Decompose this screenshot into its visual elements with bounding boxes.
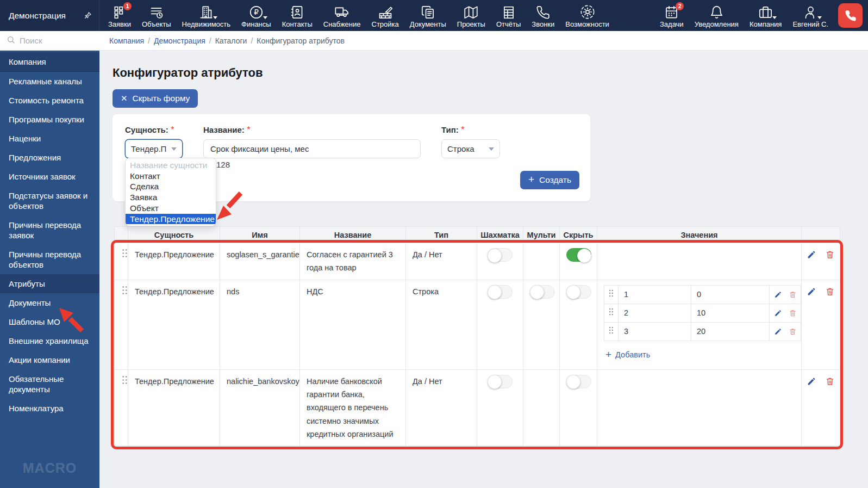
sidebar-item-stoimost-remonta[interactable]: Стоимость ремонта: [0, 91, 99, 110]
hide-toggle[interactable]: [566, 285, 591, 299]
sidebar-item-akcii-kompanii[interactable]: Акции компании: [0, 350, 99, 369]
chess-toggle[interactable]: [488, 285, 513, 299]
macro-logo: MACRO: [0, 460, 99, 488]
type-select[interactable]: Строка: [441, 139, 500, 158]
sidebar-item-shablony-mo[interactable]: Шаблоны МО: [0, 312, 99, 331]
search-input[interactable]: [20, 36, 85, 45]
nav-item-zvonki[interactable]: Звонки: [526, 0, 560, 31]
drag-handle-icon[interactable]: [608, 326, 614, 335]
sidebar-item-dokumenty[interactable]: Документы: [0, 293, 99, 312]
sidebar-item-nomenklatura[interactable]: Номенклатура: [0, 399, 99, 418]
hide-toggle[interactable]: [566, 375, 591, 388]
edit-value-button[interactable]: [774, 291, 782, 299]
nav-item-snabzhenie[interactable]: Снабжение: [318, 0, 366, 31]
delete-value-button[interactable]: [789, 309, 797, 317]
delete-attribute-button[interactable]: [825, 376, 835, 386]
page-title: Конфигуратор атрибутов: [113, 66, 868, 80]
hide-toggle[interactable]: [566, 248, 591, 262]
delete-value-button[interactable]: [789, 328, 797, 336]
sidebar-item-reklamnye-kanaly[interactable]: Рекламные каналы: [0, 72, 99, 91]
dropdown-option-zayavka[interactable]: Заявка: [126, 192, 216, 203]
entity-select[interactable]: Тендер.П: [125, 139, 183, 158]
delete-attribute-button[interactable]: [825, 250, 835, 260]
chess-toggle[interactable]: [488, 375, 513, 388]
drag-handle-icon[interactable]: [608, 307, 614, 316]
nav-item-stroyka[interactable]: Стройка: [366, 0, 404, 31]
nav-item-kontakty[interactable]: Контакты: [277, 0, 318, 31]
nav-item-kompaniya-top[interactable]: Компания: [744, 0, 788, 31]
workspace-switcher[interactable]: Демонстрация: [0, 0, 99, 31]
sidebar-item-kompaniya[interactable]: Компания: [0, 52, 99, 72]
sidebar-item-nacenki[interactable]: Наценки: [0, 129, 99, 148]
nav-item-user-menu[interactable]: Евгений С.: [787, 0, 834, 31]
nav-item-finansy[interactable]: ₽ Финансы: [236, 0, 277, 31]
edit-attribute-button[interactable]: [807, 376, 816, 386]
nav-item-vozmozhnosti[interactable]: Возможности: [560, 0, 615, 31]
pin-icon[interactable]: [84, 11, 92, 20]
edit-attribute-button[interactable]: [807, 250, 816, 260]
drag-handle-icon[interactable]: [121, 375, 128, 385]
breadcrumb-demonstraciya[interactable]: Демонстрация: [154, 36, 205, 45]
create-button[interactable]: + Создать: [520, 171, 579, 189]
catalog-sidebar: Компания Рекламные каналы Стоимость ремо…: [0, 31, 99, 488]
sidebar-item-podstatusy[interactable]: Подстатусы заявок и объектов: [0, 186, 99, 215]
cell-type: Да / Нет: [406, 369, 477, 446]
multi-toggle[interactable]: [530, 285, 555, 299]
table-row: Тендер.Предложение soglasen_s_garantiey …: [115, 243, 840, 280]
chevron-down-icon: [213, 16, 217, 19]
drag-handle-icon[interactable]: [608, 289, 614, 298]
nav-item-uvedomleniya[interactable]: Уведомления: [689, 0, 744, 31]
main-content: Компания / Демонстрация / Каталоги / Кон…: [99, 31, 868, 488]
edit-attribute-button[interactable]: [807, 287, 816, 296]
dropdown-option-sdelka[interactable]: Сделка: [126, 181, 216, 192]
delete-attribute-button[interactable]: [825, 287, 835, 296]
sidebar-item-predlozheniya[interactable]: Предложения: [0, 148, 99, 167]
add-value-button[interactable]: + Добавить: [605, 347, 650, 363]
breadcrumb-current: Конфигуратор атрибутов: [257, 36, 345, 45]
attribute-name-input[interactable]: [203, 139, 421, 158]
bell-icon: [709, 4, 724, 20]
ruble-icon: ₽: [249, 4, 264, 20]
dropdown-option-kontakt[interactable]: Контакт: [126, 171, 216, 182]
dropdown-option-tender-predlozhenie[interactable]: Тендер.Предложение: [126, 214, 216, 225]
sidebar-item-vneshnie-hranilishcha[interactable]: Внешние хранилища: [0, 331, 99, 350]
svg-text:₽: ₽: [254, 8, 259, 16]
nav-item-zayavki[interactable]: 1 Заявки: [103, 0, 136, 31]
sidebar-item-atributy[interactable]: Атрибуты: [0, 274, 99, 293]
hide-form-button[interactable]: ✕ Скрыть форму: [113, 89, 198, 108]
nav-item-proekty[interactable]: Проекты: [452, 0, 491, 31]
sidebar-item-istochniki-zayavok[interactable]: Источники заявок: [0, 167, 99, 186]
sidebar-item-obyazatelnye-dokumenty[interactable]: Обязательные документы: [0, 369, 99, 399]
attributes-table: Сущность Имя Название Тип Шахматка Мульт…: [114, 226, 840, 446]
dropdown-placeholder: Название сущности: [126, 160, 216, 171]
delete-value-button[interactable]: [789, 291, 797, 299]
header-name: Имя: [220, 227, 300, 243]
sidebar-item-prichiny-objektov[interactable]: Причины перевода объектов: [0, 245, 99, 274]
contacts-book-icon: [290, 4, 304, 20]
sidebar-search[interactable]: [0, 31, 99, 51]
breadcrumb-kompaniya[interactable]: Компания: [109, 36, 144, 45]
nav-item-dokumenty[interactable]: Документы: [404, 0, 452, 31]
edit-value-button[interactable]: [774, 309, 782, 317]
phone-call-button[interactable]: [838, 3, 863, 28]
edit-value-button[interactable]: [774, 328, 782, 336]
nav-item-nedvizhimost[interactable]: Недвижимость: [177, 0, 236, 31]
dropdown-option-objekt[interactable]: Объект: [126, 203, 216, 214]
value-val: 0: [691, 285, 770, 304]
sidebar-menu: Компания Рекламные каналы Стоимость ремо…: [0, 51, 99, 418]
cell-multi-empty: [523, 243, 560, 280]
nav-item-objekty[interactable]: Объекты: [136, 0, 177, 31]
drag-handle-icon[interactable]: [121, 248, 128, 258]
header-drag: [115, 227, 128, 243]
nav-item-otchety[interactable]: Отчёты: [491, 0, 526, 31]
gear-dashed-icon: [580, 4, 595, 20]
sidebar-item-prichiny-zayavok[interactable]: Причины перевода заявок: [0, 215, 99, 245]
cell-values: 1 0 2: [597, 280, 802, 369]
cell-name: soglasen_s_garantiey: [220, 243, 300, 280]
drag-handle-icon[interactable]: [121, 285, 128, 295]
chess-toggle[interactable]: [488, 248, 513, 262]
header-entity: Сущность: [128, 227, 220, 243]
sidebar-item-programmy-pokupki[interactable]: Программы покупки: [0, 110, 99, 129]
entity-label: Сущность: *: [125, 125, 174, 135]
nav-item-zadachi[interactable]: 2 Задачи: [654, 0, 689, 31]
